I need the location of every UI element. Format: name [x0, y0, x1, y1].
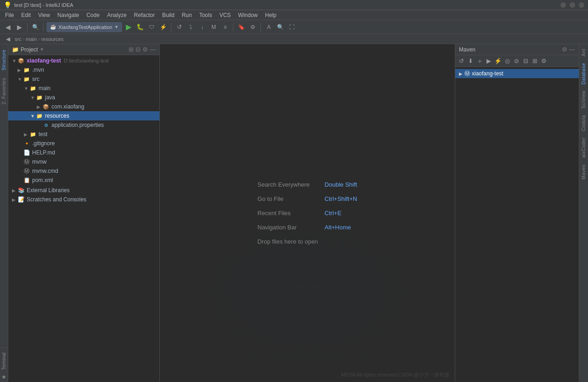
- bottom-left-strip: Terminal ★: [0, 348, 8, 382]
- codota-tab[interactable]: Codota: [580, 112, 587, 134]
- title-bar: 💡 test [D:\test] - IntelliJ IDEA — ❐ ✕: [0, 0, 588, 10]
- maven-toggle-btn[interactable]: ◎: [503, 57, 511, 65]
- menu-code[interactable]: Code: [83, 11, 103, 19]
- drop-files-row: Drop files here to open: [258, 238, 318, 245]
- database-tab[interactable]: Database: [580, 60, 587, 87]
- project-dropdown-arrow[interactable]: ▼: [40, 47, 44, 52]
- tree-mvn-label: .mvn: [32, 67, 44, 73]
- nav-back-button[interactable]: ◀: [3, 34, 13, 44]
- tree-resources[interactable]: ▼ 📁 resources: [8, 111, 159, 120]
- arrow-resources: ▼: [30, 114, 36, 119]
- menu-navigate[interactable]: Navigate: [54, 11, 82, 19]
- restore-button[interactable]: ❐: [570, 2, 575, 8]
- nav-main[interactable]: main: [26, 36, 37, 42]
- maven-options-btn[interactable]: ⚙: [540, 57, 548, 65]
- translate-button[interactable]: A: [264, 22, 274, 32]
- maven-expand-btn[interactable]: ⊞: [531, 57, 539, 65]
- tree-test[interactable]: ▶ 📁 test: [8, 130, 159, 139]
- step-into-button[interactable]: ↓: [197, 22, 207, 32]
- maven-settings-btn[interactable]: ⚙: [562, 46, 567, 53]
- tree-ext-libs[interactable]: ▶ 📚 External Libraries: [8, 186, 159, 195]
- tree-pom-xml[interactable]: 📋 pom.xml: [8, 176, 159, 185]
- tree-scratches[interactable]: ▶ 📝 Scratches and Consoles: [8, 195, 159, 204]
- toolbar-separator-4: [233, 23, 233, 31]
- tree-main[interactable]: ▼ 📁 main: [8, 84, 159, 93]
- sciview-tab[interactable]: SciView: [580, 88, 587, 111]
- tree-scratches-label: Scratches and Consoles: [27, 196, 86, 203]
- menu-file[interactable]: File: [2, 11, 17, 19]
- project-expand-all[interactable]: ⊞: [129, 46, 134, 53]
- maven-run2-btn[interactable]: ⚡: [494, 57, 502, 65]
- debug-button[interactable]: 🐛: [135, 22, 145, 32]
- menu-help[interactable]: Help: [262, 11, 280, 19]
- maven-download-btn[interactable]: ⬇: [466, 57, 475, 65]
- maven-run-btn[interactable]: ▶: [485, 57, 493, 65]
- find-button[interactable]: 🔍: [275, 22, 285, 32]
- tree-app-props[interactable]: ⚙ application.properties: [8, 120, 159, 130]
- maven-minimize-btn[interactable]: —: [569, 46, 575, 53]
- structure-tab[interactable]: Structure: [0, 46, 7, 74]
- arrow-test: ▶: [24, 132, 29, 137]
- maven-lifecycle[interactable]: ≡: [220, 22, 230, 32]
- maven-refresh-btn[interactable]: ↺: [457, 57, 465, 65]
- coverage-button[interactable]: 🛡: [147, 22, 157, 32]
- close-button[interactable]: ✕: [579, 2, 584, 8]
- tree-gitignore[interactable]: 🔸 .gitignore: [8, 139, 159, 148]
- tree-help-md[interactable]: 📄 HELP.md: [8, 148, 159, 157]
- left-tabs-strip: Structure 2: Favorites: [0, 44, 8, 382]
- menu-edit[interactable]: Edit: [18, 11, 34, 19]
- back-button[interactable]: ◀: [3, 22, 13, 32]
- aixcoder-tab[interactable]: aixCoder: [580, 135, 587, 160]
- tree-root[interactable]: ▼ 📦 xiaofang-test D:\test\xiaofang-test: [8, 56, 159, 65]
- menu-run[interactable]: Run: [179, 11, 195, 19]
- drop-files-label: Drop files here to open: [258, 238, 318, 245]
- terminal-tab[interactable]: Terminal: [0, 350, 7, 373]
- tree-src[interactable]: ▼ 📁 src: [8, 74, 159, 84]
- maven-skip-btn[interactable]: ⊘: [512, 57, 520, 65]
- nav-resources[interactable]: resources: [41, 36, 63, 42]
- maven-project-item[interactable]: ▶ Ⓜ xiaofang-test: [455, 69, 579, 78]
- menu-refactor[interactable]: Refactor: [131, 11, 158, 19]
- project-panel: 📁 Project ▼ ⊞ ⊟ ⚙ — ▼ 📦 xiaofang-test D:…: [8, 44, 160, 382]
- run-config-selector[interactable]: ☕ XiaofangTestApplication ▼: [46, 22, 122, 32]
- menu-tools[interactable]: Tools: [196, 11, 215, 19]
- mvnw-icon: Ⓜ: [23, 158, 30, 165]
- settings-button[interactable]: ⚙: [248, 22, 258, 32]
- tree-app-props-label: application.properties: [51, 122, 104, 128]
- maven-refresh-button[interactable]: M: [209, 22, 219, 32]
- tree-com-xiaofang[interactable]: ▶ 📦 com.xiaofang: [8, 102, 159, 111]
- maven-collapse-btn[interactable]: ⊟: [521, 57, 530, 65]
- project-settings[interactable]: ⚙: [142, 46, 148, 53]
- nav-src[interactable]: src: [15, 36, 22, 42]
- tree-mvnw-cmd[interactable]: Ⓜ mvnw.cmd: [8, 166, 159, 176]
- profile-button[interactable]: ⚡: [158, 22, 168, 32]
- favorites-tab[interactable]: 2: Favorites: [0, 74, 7, 108]
- goto-file-shortcut: Ctrl+Shift+N: [325, 195, 357, 202]
- project-collapse-all[interactable]: ⊟: [136, 46, 141, 53]
- fullscreen-button[interactable]: ⛶: [287, 22, 297, 32]
- search-everywhere-btn[interactable]: 🔍: [30, 22, 40, 32]
- folder-icon-main: 📁: [29, 85, 37, 92]
- project-minimize[interactable]: —: [150, 46, 156, 53]
- tree-mvn-dir[interactable]: ▶ 📁 .mvn: [8, 65, 159, 74]
- ant-tab[interactable]: Ant: [580, 46, 587, 59]
- favorites-star[interactable]: ★: [1, 374, 6, 380]
- folder-icon-com: 📦: [42, 103, 50, 110]
- menu-window[interactable]: Window: [235, 11, 261, 19]
- maven-side-tab[interactable]: Maven: [580, 162, 587, 182]
- step-over-button[interactable]: ⤵: [186, 22, 196, 32]
- tree-mvnw[interactable]: Ⓜ mvnw: [8, 157, 159, 166]
- menu-analyze[interactable]: Analyze: [104, 11, 130, 19]
- maven-add-btn[interactable]: ＋: [475, 57, 484, 65]
- sync-button[interactable]: ↺: [174, 22, 184, 32]
- run-button[interactable]: ▶: [124, 22, 134, 32]
- forward-button[interactable]: ▶: [14, 22, 24, 32]
- bookmark-button[interactable]: 🔖: [236, 22, 246, 32]
- maven-title-label: Maven: [459, 46, 475, 53]
- menu-vcs[interactable]: VCS: [216, 11, 234, 19]
- menu-view[interactable]: View: [35, 11, 53, 19]
- minimize-button[interactable]: —: [560, 2, 566, 8]
- lib-icon: 📚: [17, 187, 25, 194]
- tree-java[interactable]: ▼ 📁 java: [8, 93, 159, 102]
- menu-build[interactable]: Build: [159, 11, 178, 19]
